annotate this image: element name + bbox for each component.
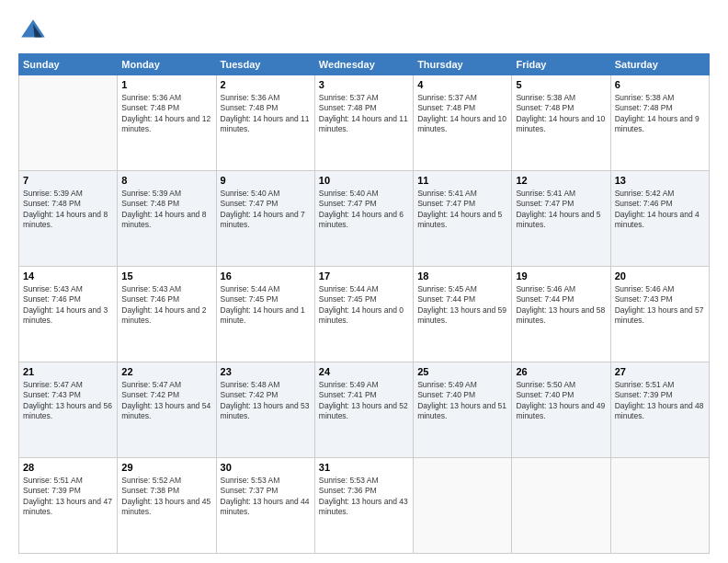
day-number: 16 <box>221 270 311 283</box>
sunset-text: Sunset: 7:48 PM <box>417 103 475 112</box>
daylight-text: Daylight: 13 hours and 47 minutes. <box>23 497 112 516</box>
sunrise-text: Sunrise: 5:49 AM <box>417 380 477 389</box>
daylight-text: Daylight: 13 hours and 43 minutes. <box>319 497 408 516</box>
day-number: 1 <box>121 78 211 92</box>
day-cell: 13Sunrise: 5:42 AMSunset: 7:46 PMDayligh… <box>610 171 709 267</box>
sunrise-text: Sunrise: 5:53 AM <box>319 476 379 485</box>
day-cell: 30Sunrise: 5:53 AMSunset: 7:37 PMDayligh… <box>216 458 314 554</box>
day-number: 26 <box>516 365 606 379</box>
day-number: 10 <box>319 174 409 188</box>
sunset-text: Sunset: 7:40 PM <box>516 390 574 399</box>
week-row-4: 21Sunrise: 5:47 AMSunset: 7:43 PMDayligh… <box>19 362 710 458</box>
svg-marker-0 <box>21 19 45 37</box>
col-header-sunday: Sunday <box>19 54 118 75</box>
day-number: 7 <box>23 174 113 188</box>
svg-marker-1 <box>33 24 42 37</box>
day-number: 19 <box>516 270 606 283</box>
day-number: 29 <box>121 461 211 475</box>
header <box>18 17 710 46</box>
day-number: 31 <box>319 461 409 475</box>
day-number: 13 <box>615 174 705 188</box>
sunset-text: Sunset: 7:48 PM <box>23 199 81 208</box>
sunset-text: Sunset: 7:45 PM <box>319 294 377 304</box>
sunset-text: Sunset: 7:38 PM <box>121 486 179 495</box>
sunset-text: Sunset: 7:36 PM <box>319 486 377 495</box>
sunset-text: Sunset: 7:40 PM <box>417 390 475 399</box>
sunrise-text: Sunrise: 5:51 AM <box>23 476 83 485</box>
day-cell: 16Sunrise: 5:44 AMSunset: 7:45 PMDayligh… <box>216 267 314 362</box>
day-number: 6 <box>615 78 705 92</box>
daylight-text: Daylight: 13 hours and 57 minutes. <box>615 305 704 325</box>
sunrise-text: Sunrise: 5:50 AM <box>516 380 575 389</box>
sunrise-text: Sunrise: 5:36 AM <box>221 93 280 102</box>
daylight-text: Daylight: 14 hours and 12 minutes. <box>121 114 210 133</box>
sunset-text: Sunset: 7:42 PM <box>121 390 179 399</box>
week-row-2: 7Sunrise: 5:39 AMSunset: 7:48 PMDaylight… <box>19 171 710 267</box>
sunrise-text: Sunrise: 5:46 AM <box>615 284 675 293</box>
sunset-text: Sunset: 7:37 PM <box>221 486 279 495</box>
day-number: 15 <box>121 270 211 283</box>
day-cell: 1Sunrise: 5:36 AMSunset: 7:48 PMDaylight… <box>118 75 216 171</box>
sunrise-text: Sunrise: 5:51 AM <box>615 380 675 389</box>
day-cell: 11Sunrise: 5:41 AMSunset: 7:47 PMDayligh… <box>414 171 512 267</box>
col-header-wednesday: Wednesday <box>314 54 413 75</box>
sunset-text: Sunset: 7:48 PM <box>121 199 179 208</box>
sunset-text: Sunset: 7:47 PM <box>417 199 475 208</box>
sunrise-text: Sunrise: 5:43 AM <box>121 284 181 293</box>
sunset-text: Sunset: 7:45 PM <box>221 294 279 304</box>
day-cell <box>414 458 512 554</box>
day-cell: 31Sunrise: 5:53 AMSunset: 7:36 PMDayligh… <box>314 458 413 554</box>
day-number: 5 <box>516 78 606 92</box>
day-number: 28 <box>23 461 113 475</box>
daylight-text: Daylight: 14 hours and 11 minutes. <box>221 114 310 133</box>
daylight-text: Daylight: 14 hours and 6 minutes. <box>319 210 404 229</box>
sunset-text: Sunset: 7:43 PM <box>615 294 673 304</box>
day-cell: 4Sunrise: 5:37 AMSunset: 7:48 PMDaylight… <box>414 75 512 171</box>
day-number: 22 <box>121 365 211 379</box>
day-cell: 22Sunrise: 5:47 AMSunset: 7:42 PMDayligh… <box>118 362 216 458</box>
sunset-text: Sunset: 7:46 PM <box>23 294 81 304</box>
day-cell: 7Sunrise: 5:39 AMSunset: 7:48 PMDaylight… <box>19 171 118 267</box>
day-cell: 21Sunrise: 5:47 AMSunset: 7:43 PMDayligh… <box>19 362 118 458</box>
sunrise-text: Sunrise: 5:48 AM <box>221 380 280 389</box>
day-number: 2 <box>221 78 311 92</box>
sunset-text: Sunset: 7:48 PM <box>221 103 279 112</box>
day-cell <box>19 75 118 171</box>
daylight-text: Daylight: 13 hours and 59 minutes. <box>417 305 506 325</box>
sunset-text: Sunset: 7:48 PM <box>121 103 179 112</box>
daylight-text: Daylight: 14 hours and 5 minutes. <box>417 210 502 229</box>
daylight-text: Daylight: 14 hours and 4 minutes. <box>615 210 700 229</box>
daylight-text: Daylight: 14 hours and 11 minutes. <box>319 114 408 133</box>
day-cell: 27Sunrise: 5:51 AMSunset: 7:39 PMDayligh… <box>610 362 709 458</box>
sunrise-text: Sunrise: 5:37 AM <box>417 93 477 102</box>
daylight-text: Daylight: 13 hours and 56 minutes. <box>23 401 112 420</box>
day-cell: 25Sunrise: 5:49 AMSunset: 7:40 PMDayligh… <box>414 362 512 458</box>
sunrise-text: Sunrise: 5:39 AM <box>23 189 83 198</box>
col-header-monday: Monday <box>118 54 216 75</box>
day-cell: 19Sunrise: 5:46 AMSunset: 7:44 PMDayligh… <box>512 267 610 362</box>
daylight-text: Daylight: 14 hours and 1 minute. <box>221 305 305 325</box>
day-cell: 5Sunrise: 5:38 AMSunset: 7:48 PMDaylight… <box>512 75 610 171</box>
sunrise-text: Sunrise: 5:43 AM <box>23 284 83 293</box>
day-cell: 26Sunrise: 5:50 AMSunset: 7:40 PMDayligh… <box>512 362 610 458</box>
sunrise-text: Sunrise: 5:46 AM <box>516 284 575 293</box>
day-number: 20 <box>615 270 705 283</box>
day-cell: 20Sunrise: 5:46 AMSunset: 7:43 PMDayligh… <box>610 267 709 362</box>
sunset-text: Sunset: 7:48 PM <box>319 103 377 112</box>
day-cell <box>610 458 709 554</box>
sunrise-text: Sunrise: 5:41 AM <box>417 189 477 198</box>
daylight-text: Daylight: 14 hours and 9 minutes. <box>615 114 700 133</box>
day-number: 4 <box>417 78 507 92</box>
week-row-3: 14Sunrise: 5:43 AMSunset: 7:46 PMDayligh… <box>19 267 710 362</box>
daylight-text: Daylight: 13 hours and 54 minutes. <box>121 401 210 420</box>
day-number: 11 <box>417 174 507 188</box>
daylight-text: Daylight: 14 hours and 10 minutes. <box>417 114 506 133</box>
col-header-friday: Friday <box>512 54 610 75</box>
sunset-text: Sunset: 7:47 PM <box>516 199 574 208</box>
sunset-text: Sunset: 7:46 PM <box>615 199 673 208</box>
daylight-text: Daylight: 14 hours and 5 minutes. <box>516 210 600 229</box>
sunrise-text: Sunrise: 5:36 AM <box>121 93 181 102</box>
day-number: 14 <box>23 270 113 283</box>
day-cell: 28Sunrise: 5:51 AMSunset: 7:39 PMDayligh… <box>19 458 118 554</box>
sunrise-text: Sunrise: 5:49 AM <box>319 380 379 389</box>
